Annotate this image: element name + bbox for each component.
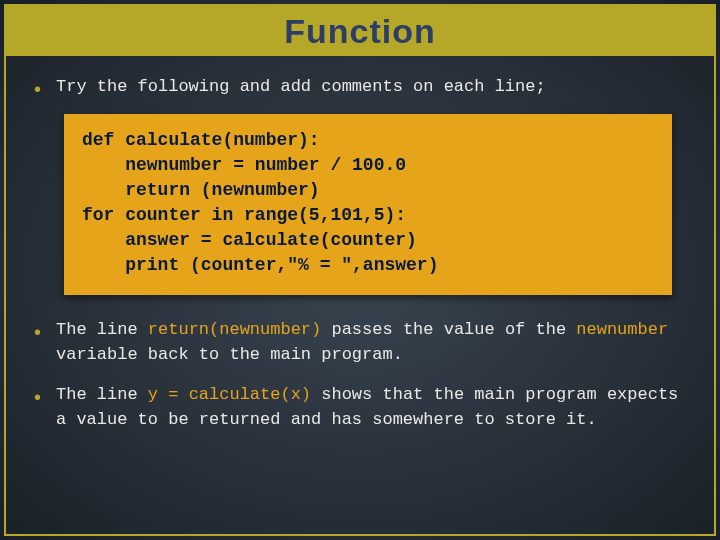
slide-border: Function Try the following and add comme… bbox=[4, 4, 716, 536]
bullet-explain-2: The line y = calculate(x) shows that the… bbox=[30, 382, 690, 433]
text: variable back to the main program. bbox=[56, 345, 403, 364]
code-line: return (newnumber) bbox=[82, 180, 320, 200]
code-line: answer = calculate(counter) bbox=[82, 230, 417, 250]
code-line: def calculate(number): bbox=[82, 130, 320, 150]
title-bar: Function bbox=[6, 6, 714, 56]
text: The line bbox=[56, 320, 148, 339]
bullet-intro: Try the following and add comments on ea… bbox=[30, 74, 690, 100]
code-block: def calculate(number): newnumber = numbe… bbox=[64, 114, 672, 295]
bullet-list: Try the following and add comments on ea… bbox=[30, 74, 690, 100]
code-inline: newnumber bbox=[576, 320, 668, 339]
bullet-list-explain: The line return(newnumber) passes the va… bbox=[30, 317, 690, 433]
code-line: for counter in range(5,101,5): bbox=[82, 205, 406, 225]
code-inline: return(newnumber) bbox=[148, 320, 321, 339]
text: passes the value of the bbox=[321, 320, 576, 339]
code-line: newnumber = number / 100.0 bbox=[82, 155, 406, 175]
code-line: print (counter,"% = ",answer) bbox=[82, 255, 438, 275]
code-inline: y = calculate(x) bbox=[148, 385, 311, 404]
slide-title: Function bbox=[284, 12, 436, 51]
text: The line bbox=[56, 385, 148, 404]
bullet-explain-1: The line return(newnumber) passes the va… bbox=[30, 317, 690, 368]
content-area: Try the following and add comments on ea… bbox=[6, 56, 714, 457]
